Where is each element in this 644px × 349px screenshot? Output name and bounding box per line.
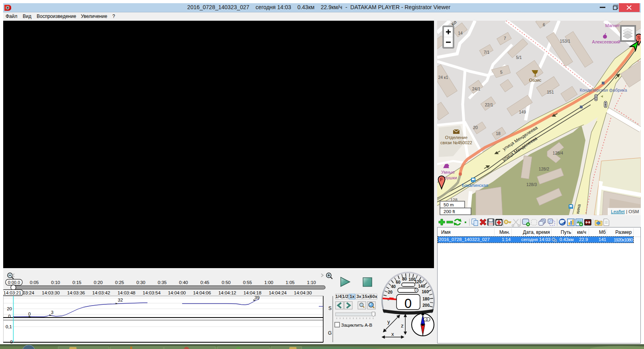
svg-text:20: 20 [388,290,393,294]
svg-text:0: 0 [414,288,416,292]
svg-text:60x: 60x [370,294,377,299]
svg-text:0: 0 [10,339,13,343]
svg-text:0,1: 0,1 [6,324,12,329]
svg-text:7: 7 [504,36,506,41]
svg-text:50 m: 50 m [444,202,454,207]
svg-text:80: 80 [402,276,407,281]
svg-text:1:00: 1:00 [264,280,273,285]
svg-text:0: 0 [28,312,31,316]
svg-text:128/2: 128/2 [539,167,549,171]
svg-text:14:04:18: 14:04:18 [243,290,261,295]
svg-text:14:03:54: 14:03:54 [143,290,161,295]
svg-text:39: 39 [255,295,260,300]
svg-text:0:30: 0:30 [136,280,145,285]
svg-text:5: 5 [500,70,503,75]
svg-text:0:25: 0:25 [115,280,124,285]
svg-text:1x: 1x [349,294,355,299]
svg-text:14:04:24: 14:04:24 [269,290,287,295]
svg-text:0:50: 0:50 [222,280,230,285]
svg-text:6: 6 [543,22,545,27]
svg-text:S: S [328,306,332,311]
svg-text:Отделение: Отделение [445,135,467,140]
svg-text:03:24: 03:24 [23,290,34,295]
svg-text:0:40: 0:40 [179,280,188,285]
svg-text:20: 20 [473,125,478,130]
svg-text:140: 140 [418,284,425,288]
svg-text:0: 0 [426,318,428,322]
svg-text:0:05: 0:05 [30,280,39,285]
svg-text:x: x [391,331,394,337]
svg-text:рушки: рушки [444,175,457,180]
svg-text:0: 0 [8,314,11,319]
svg-text:15x: 15x [362,294,370,299]
svg-text:Leaflet: Leaflet [611,209,625,214]
svg-text:128/4: 128/4 [553,151,563,155]
svg-text:14:04:00: 14:04:00 [168,290,186,295]
svg-text:1:10: 1:10 [307,280,316,285]
svg-text:0: 0 [404,296,412,311]
svg-text:S: S [637,35,641,41]
svg-text:128/3: 128/3 [526,182,537,187]
svg-text:Умные: Умные [441,170,455,174]
svg-text:14:04:30: 14:04:30 [294,290,312,295]
svg-text:14:04:06: 14:04:06 [193,290,211,295]
svg-text:Кондитерская фабрика: Кондитерская фабрика [580,88,628,92]
svg-text:200: 200 [422,303,430,308]
svg-text:14:04:12: 14:04:12 [218,290,236,295]
svg-text:40: 40 [391,284,396,289]
svg-text:20: 20 [7,306,12,311]
svg-text:z: z [401,323,404,329]
svg-text:24/1: 24/1 [472,86,481,91]
svg-text:7/1: 7/1 [484,50,490,55]
svg-text:y: y [387,319,390,325]
svg-text:0:10: 0:10 [51,280,60,285]
svg-text:0:20: 0:20 [94,280,102,285]
svg-text:149: 149 [519,110,526,114]
svg-text:G: G [328,330,332,336]
svg-text:0:15: 0:15 [73,280,81,285]
svg-text:F: F [440,176,443,182]
svg-text:32: 32 [118,298,123,302]
svg-text:14:03:48: 14:03:48 [118,290,135,295]
svg-text:Оазис: Оазис [529,78,542,82]
svg-text:18: 18 [496,131,501,136]
svg-text:0:00.0: 0:00.0 [8,280,20,285]
svg-text:5/1: 5/1 [516,55,522,60]
svg-text:0:55: 0:55 [243,280,252,285]
svg-text:200 ft: 200 ft [444,209,456,214]
svg-text:1/4: 1/4 [336,294,342,299]
svg-text:153/1: 153/1 [560,39,570,43]
svg-text:1/2: 1/2 [342,294,348,299]
svg-text:3x: 3x [356,294,361,299]
svg-text:Алексеевский: Алексеевский [592,39,620,44]
svg-text:14:03:42: 14:03:42 [92,290,110,295]
svg-text:24 к1: 24 к1 [438,75,448,80]
svg-text:0:35: 0:35 [158,280,167,285]
svg-text:0:45: 0:45 [200,280,209,285]
svg-text:| OSM: | OSM [626,209,639,214]
svg-text:180: 180 [422,296,430,301]
svg-text:60: 60 [396,280,401,284]
svg-text:14:03:21: 14:03:21 [4,290,22,295]
svg-text:связи №450022: связи №450022 [440,140,472,145]
svg-text:Бакалинская: Бакалинская [462,183,488,188]
svg-text:14: 14 [458,31,463,35]
svg-text:151: 151 [547,90,554,94]
svg-text:3: 3 [51,310,53,315]
svg-text:Зациклить A-B: Зациклить A-B [341,323,373,327]
svg-text:160: 160 [422,289,429,294]
svg-text:14:03:30: 14:03:30 [42,290,60,295]
svg-text:14:03:36: 14:03:36 [67,290,85,295]
svg-text:1:05: 1:05 [286,280,295,285]
svg-text:22/1: 22/1 [485,102,493,107]
svg-text:Магнит: Магнит [605,23,620,28]
